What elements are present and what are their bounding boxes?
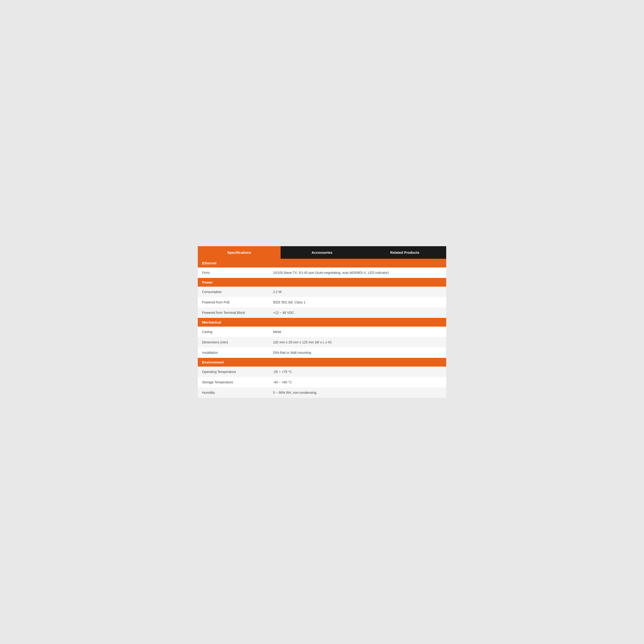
spec-value: 10/100 Base-TX, RJ-45 port (Auto-negotia… — [273, 271, 442, 275]
spec-label: Humidity — [202, 391, 273, 394]
tab-accessories[interactable]: Accessories — [280, 246, 364, 259]
spec-row: Powered from Terminal Block+12 ~ 48 VDC — [198, 307, 446, 318]
tab-related-products[interactable]: Related Products — [364, 246, 446, 259]
spec-row: Operating Temperature-25 ~ +75 °C — [198, 367, 446, 377]
spec-label: Casing — [202, 330, 273, 334]
main-container: SpecificationsAccessoriesRelated Product… — [198, 246, 446, 398]
spec-row: Humidity5 ~ 90% RH, non-condensing — [198, 387, 446, 398]
spec-label: Installation — [202, 351, 273, 355]
spec-label: Powered from PoE — [202, 300, 273, 304]
section-header-ethernet: Ethernet — [198, 259, 446, 267]
spec-value: 102 mm x 29 mm x 125 mm (W x L x H) — [273, 340, 442, 344]
spec-label: Dimensions (mm) — [202, 340, 273, 344]
spec-value: +12 ~ 48 VDC — [273, 311, 442, 315]
tab-bar: SpecificationsAccessoriesRelated Product… — [198, 246, 446, 259]
spec-row: Dimensions (mm)102 mm x 29 mm x 125 mm (… — [198, 337, 446, 347]
spec-value: DIN-Rail or Wall mounting — [273, 351, 442, 355]
spec-label: Operating Temperature — [202, 370, 273, 374]
spec-value: Metal — [273, 330, 442, 334]
spec-label: Consumption — [202, 290, 273, 294]
section-header-power: Power — [198, 278, 446, 287]
spec-label: Ports — [202, 271, 273, 275]
spec-row: Consumption2.2 W — [198, 287, 446, 297]
spec-row: Storage Temperature-40 ~ +80 °C — [198, 377, 446, 387]
section-header-environment: Environment — [198, 358, 446, 367]
spec-value: 5 ~ 90% RH, non-condensing — [273, 391, 442, 394]
specifications-content: EthernetPorts10/100 Base-TX, RJ-45 port … — [198, 259, 446, 398]
spec-label: Powered from Terminal Block — [202, 311, 273, 315]
spec-value: 2.2 W — [273, 290, 442, 294]
spec-row: InstallationDIN-Rail or Wall mounting — [198, 347, 446, 358]
tab-specifications[interactable]: Specifications — [198, 246, 280, 259]
spec-value: -40 ~ +80 °C — [273, 380, 442, 384]
spec-row: Ports10/100 Base-TX, RJ-45 port (Auto-ne… — [198, 267, 446, 278]
spec-value: -25 ~ +75 °C — [273, 370, 442, 374]
spec-row: Powered from PoEIEEE 802.3af, Class 1 — [198, 297, 446, 307]
section-header-mechanical: Mechanical — [198, 318, 446, 327]
spec-label: Storage Temperature — [202, 380, 273, 384]
spec-value: IEEE 802.3af, Class 1 — [273, 300, 442, 304]
spec-row: CasingMetal — [198, 327, 446, 337]
